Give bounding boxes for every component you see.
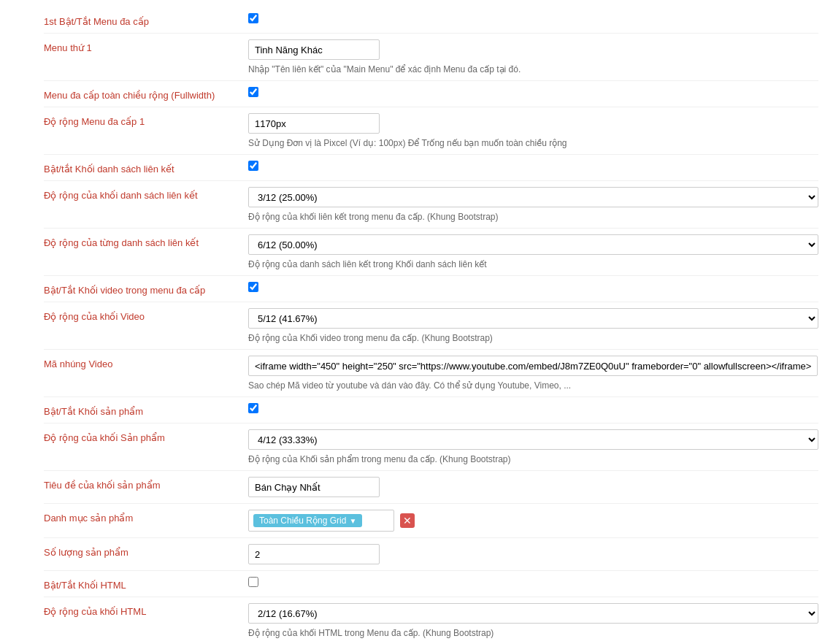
row-menu-thu-1: Menu thứ 1 Nhập "Tên liên kết" của "Main… (44, 34, 818, 81)
row-toggle-menu-da-cap: 1st Bật/Tắt Menu đa cấp (44, 7, 818, 34)
row-tieu-de-khoi-sp: Tiêu đề của khối sản phẩm (44, 471, 818, 504)
hint-ma-nhung-video: Sao chép Mã video từ youtube và dán vào … (248, 380, 818, 391)
label-menu-fullwidth: Menu đa cấp toàn chiều rộng (Fullwidth) (44, 87, 248, 101)
settings-form: 1st Bật/Tắt Menu đa cấp Menu thứ 1 Nhập … (0, 0, 833, 644)
label-ma-nhung-video: Mã nhúng Video (44, 356, 248, 369)
row-do-rong-menu-da-cap-1: Độ rộng Menu đa cấp 1 Sử Dụng Đơn vị là … (44, 107, 818, 155)
checkbox-bat-tat-khoi-sp[interactable] (248, 403, 258, 413)
field-bat-tat-khoi-ds-lk (248, 161, 818, 171)
hint-do-rong-khoi-html: Độ rộng của khối HTML trong Menu đa cấp.… (248, 628, 818, 638)
row-danh-muc-sp: Danh mục sản phẩm Toàn Chiều Rộng Grid ▼… (44, 504, 818, 538)
row-bat-tat-khoi-ds-lk: Bật/tắt Khối danh sách liên kết (44, 155, 818, 181)
field-so-luong-sp (248, 544, 818, 564)
label-so-luong-sp: Số lượng sản phẩm (44, 544, 248, 558)
label-do-rong-khoi-ds-lk: Độ rộng của khối danh sách liên kết (44, 187, 248, 201)
input-menu-thu-1[interactable] (248, 39, 380, 60)
field-ma-nhung-video: Sao chép Mã video từ youtube và dán vào … (248, 356, 818, 391)
field-bat-tat-khoi-video (248, 282, 818, 292)
row-do-rong-khoi-video: Độ rộng của khối Video 5/12 (41.67%) 4/1… (44, 302, 818, 350)
select-do-rong-tung-ds-lk[interactable]: 6/12 (50.00%) 4/12 (33.33%) 3/12 (25.00%… (248, 234, 818, 255)
tag-dropdown-arrow: ▼ (349, 517, 356, 525)
select-do-rong-khoi-video[interactable]: 5/12 (41.67%) 4/12 (33.33%) 6/12 (50.00%… (248, 308, 818, 329)
checkbox-menu-fullwidth[interactable] (248, 87, 258, 97)
field-do-rong-tung-ds-lk: 6/12 (50.00%) 4/12 (33.33%) 3/12 (25.00%… (248, 234, 818, 269)
field-bat-tat-khoi-html (248, 577, 818, 587)
select-do-rong-khoi-ds-lk[interactable]: 3/12 (25.00%) 4/12 (33.33%) 6/12 (50.00%… (248, 187, 818, 207)
hint-do-rong-khoi-ds-lk: Độ rộng của khối liên kết trong menu đa … (248, 212, 818, 222)
hint-do-rong-khoi-sp: Độ rộng của Khối sản phẩm trong menu đa … (248, 454, 818, 464)
field-do-rong-khoi-sp: 4/12 (33.33%) 3/12 (25.00%) 6/12 (50.00%… (248, 429, 818, 464)
row-ma-nhung-video: Mã nhúng Video Sao chép Mã video từ yout… (44, 350, 818, 397)
label-tieu-de-khoi-sp: Tiêu đề của khối sản phẩm (44, 477, 248, 491)
input-ma-nhung-video[interactable] (248, 356, 818, 376)
label-bat-tat-khoi-ds-lk: Bật/tắt Khối danh sách liên kết (44, 161, 248, 175)
select-do-rong-khoi-html[interactable]: 2/12 (16.67%) 3/12 (25.00%) 4/12 (33.33%… (248, 603, 818, 624)
field-menu-fullwidth (248, 87, 818, 97)
field-tieu-de-khoi-sp (248, 477, 818, 497)
label-do-rong-khoi-html: Độ rộng của khối HTML (44, 603, 248, 617)
label-danh-muc-sp: Danh mục sản phẩm (44, 510, 248, 524)
row-do-rong-tung-ds-lk: Độ rộng của từng danh sách liên kết 6/12… (44, 229, 818, 276)
hint-do-rong-menu-da-cap-1: Sử Dụng Đơn vị là Pixcel (Ví dụ: 100px) … (248, 138, 818, 148)
label-bat-tat-khoi-html: Bật/Tắt Khối HTML (44, 577, 248, 591)
field-do-rong-khoi-html: 2/12 (16.67%) 3/12 (25.00%) 4/12 (33.33%… (248, 603, 818, 638)
row-do-rong-khoi-sp: Độ rộng của khối Sản phẩm 4/12 (33.33%) … (44, 423, 818, 471)
field-bat-tat-khoi-sp (248, 403, 818, 413)
tag-label: Toàn Chiều Rộng Grid (259, 515, 346, 526)
row-do-rong-khoi-ds-lk: Độ rộng của khối danh sách liên kết 3/12… (44, 181, 818, 229)
row-so-luong-sp: Số lượng sản phẩm (44, 538, 818, 571)
field-toggle-menu-da-cap (248, 13, 818, 23)
input-do-rong-menu-da-cap-1[interactable] (248, 113, 380, 134)
tag-input-danh-muc-sp[interactable]: Toàn Chiều Rộng Grid ▼ (248, 510, 394, 532)
row-bat-tat-khoi-sp: Bật/Tắt Khối sản phẩm (44, 397, 818, 423)
checkbox-bat-tat-khoi-ds-lk[interactable] (248, 161, 258, 171)
field-danh-muc-sp: Toàn Chiều Rộng Grid ▼ ✕ (248, 510, 818, 532)
label-bat-tat-khoi-sp: Bật/Tắt Khối sản phẩm (44, 403, 248, 417)
field-do-rong-khoi-ds-lk: 3/12 (25.00%) 4/12 (33.33%) 6/12 (50.00%… (248, 187, 818, 222)
checkbox-bat-tat-khoi-video[interactable] (248, 282, 258, 292)
label-do-rong-menu-da-cap-1: Độ rộng Menu đa cấp 1 (44, 113, 248, 127)
label-bat-tat-khoi-video: Bật/Tắt Khối video trong menu đa cấp (44, 282, 248, 296)
checkbox-toggle-menu-da-cap[interactable] (248, 13, 258, 23)
label-menu-thu-1: Menu thứ 1 (44, 39, 248, 53)
remove-tag-button[interactable]: ✕ (400, 513, 415, 528)
tag-toan-chieu-rong: Toàn Chiều Rộng Grid ▼ (253, 514, 362, 527)
row-bat-tat-khoi-video: Bật/Tắt Khối video trong menu đa cấp (44, 276, 818, 302)
hint-menu-thu-1: Nhập "Tên liên kết" của "Main Menu" để x… (248, 64, 818, 74)
row-bat-tat-khoi-html: Bật/Tắt Khối HTML (44, 571, 818, 597)
label-do-rong-khoi-sp: Độ rộng của khối Sản phẩm (44, 429, 248, 443)
label-toggle-menu-da-cap: 1st Bật/Tắt Menu đa cấp (44, 13, 248, 27)
checkbox-bat-tat-khoi-html[interactable] (248, 577, 258, 587)
label-do-rong-tung-ds-lk: Độ rộng của từng danh sách liên kết (44, 234, 248, 248)
select-do-rong-khoi-sp[interactable]: 4/12 (33.33%) 3/12 (25.00%) 6/12 (50.00%… (248, 429, 818, 450)
input-tieu-de-khoi-sp[interactable] (248, 477, 380, 497)
field-do-rong-khoi-video: 5/12 (41.67%) 4/12 (33.33%) 6/12 (50.00%… (248, 308, 818, 343)
row-menu-fullwidth: Menu đa cấp toàn chiều rộng (Fullwidth) (44, 81, 818, 107)
hint-do-rong-khoi-video: Độ rộng của Khối video trong menu đa cấp… (248, 333, 818, 343)
row-do-rong-khoi-html: Độ rộng của khối HTML 2/12 (16.67%) 3/12… (44, 597, 818, 644)
hint-do-rong-tung-ds-lk: Độ rộng của danh sách liên kết trong Khố… (248, 259, 818, 269)
input-so-luong-sp[interactable] (248, 544, 380, 564)
field-menu-thu-1: Nhập "Tên liên kết" của "Main Menu" để x… (248, 39, 818, 74)
label-do-rong-khoi-video: Độ rộng của khối Video (44, 308, 248, 322)
field-do-rong-menu-da-cap-1: Sử Dụng Đơn vị là Pixcel (Ví dụ: 100px) … (248, 113, 818, 148)
